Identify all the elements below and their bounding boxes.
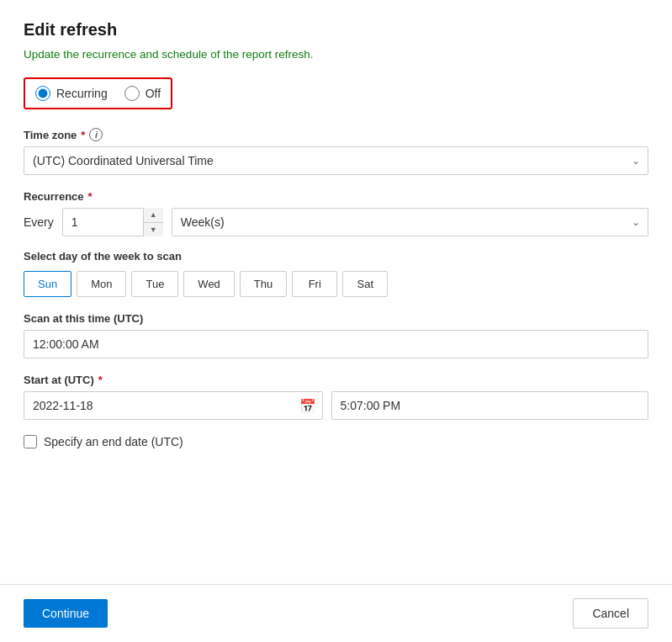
date-input-wrapper: 📅 xyxy=(24,391,323,420)
day-buttons: Sun Mon Tue Wed Thu Fri Sat xyxy=(24,271,648,297)
every-label: Every xyxy=(24,215,54,229)
recurrence-number-wrapper: ▲ ▼ xyxy=(62,208,163,236)
day-selector: Select day of the week to scan Sun Mon T… xyxy=(24,250,648,297)
scan-time-input[interactable] xyxy=(24,330,648,358)
radio-recurring-label: Recurring xyxy=(56,87,108,100)
spin-up-button[interactable]: ▲ xyxy=(144,208,163,223)
end-date-checkbox[interactable] xyxy=(24,435,37,448)
radio-off[interactable]: Off xyxy=(124,86,161,101)
page-subtitle: Update the recurrence and schedule of th… xyxy=(24,48,648,61)
day-btn-mon[interactable]: Mon xyxy=(77,271,126,297)
recurrence-row: Every ▲ ▼ Day(s) Week(s) Month(s) ⌄ xyxy=(24,208,648,236)
timezone-info-icon[interactable]: i xyxy=(89,128,103,141)
page-title: Edit refresh xyxy=(24,20,648,40)
day-btn-sun[interactable]: Sun xyxy=(24,271,71,297)
radio-recurring[interactable]: Recurring xyxy=(35,86,108,101)
timezone-select-wrapper: (UTC) Coordinated Universal Time (UTC-05… xyxy=(24,146,648,175)
date-input[interactable] xyxy=(24,391,323,420)
start-at-label: Start at (UTC) * xyxy=(24,374,648,386)
timezone-group: Time zone * i (UTC) Coordinated Universa… xyxy=(24,128,648,175)
timezone-label: Time zone * i xyxy=(24,128,648,141)
scan-time-label: Scan at this time (UTC) xyxy=(24,312,648,325)
spin-buttons: ▲ ▼ xyxy=(143,208,163,236)
radio-off-label: Off xyxy=(146,87,161,100)
spin-down-button[interactable]: ▼ xyxy=(144,223,163,237)
period-select[interactable]: Day(s) Week(s) Month(s) xyxy=(172,208,648,236)
scan-time-group: Scan at this time (UTC) xyxy=(24,312,648,358)
recurrence-group: Recurrence * Every ▲ ▼ Day(s) Week(s) Mo… xyxy=(24,190,648,297)
recurrence-label: Recurrence * xyxy=(24,190,648,203)
start-at-row: 📅 xyxy=(24,391,648,420)
recurrence-required-star: * xyxy=(88,190,93,203)
day-btn-tue[interactable]: Tue xyxy=(131,271,178,297)
radio-off-input[interactable] xyxy=(124,86,140,101)
end-date-group: Specify an end date (UTC) xyxy=(24,435,648,448)
radio-recurring-input[interactable] xyxy=(35,86,50,101)
period-select-wrapper: Day(s) Week(s) Month(s) ⌄ xyxy=(172,208,648,236)
day-btn-sat[interactable]: Sat xyxy=(342,271,388,297)
continue-button[interactable]: Continue xyxy=(24,599,108,628)
footer: Continue Cancel xyxy=(0,584,672,642)
day-selector-label: Select day of the week to scan xyxy=(24,250,648,263)
radio-group: Recurring Off xyxy=(24,77,172,109)
start-at-group: Start at (UTC) * 📅 xyxy=(24,374,648,420)
required-star: * xyxy=(81,129,85,141)
day-btn-wed[interactable]: Wed xyxy=(183,271,235,297)
timezone-select[interactable]: (UTC) Coordinated Universal Time (UTC-05… xyxy=(24,146,648,175)
cancel-button[interactable]: Cancel xyxy=(573,598,648,629)
main-content: Edit refresh Update the recurrence and s… xyxy=(0,0,672,584)
start-at-required-star: * xyxy=(98,374,103,386)
calendar-icon[interactable]: 📅 xyxy=(299,398,316,414)
end-date-label[interactable]: Specify an end date (UTC) xyxy=(44,435,183,448)
day-btn-thu[interactable]: Thu xyxy=(240,271,287,297)
day-btn-fri[interactable]: Fri xyxy=(292,271,337,297)
start-time-input[interactable] xyxy=(331,391,649,420)
